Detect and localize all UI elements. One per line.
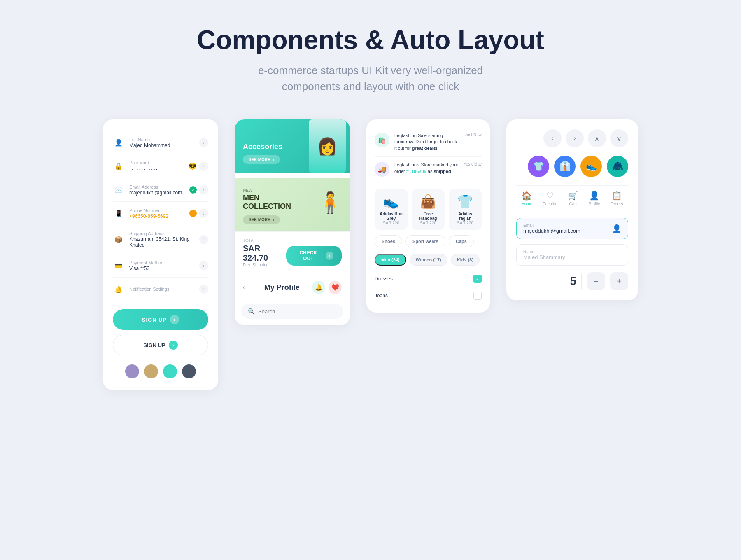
arrow-icon: › xyxy=(326,252,333,260)
next-button[interactable]: › xyxy=(566,129,584,147)
page-wrapper: Components & Auto Layout e-commerce star… xyxy=(0,0,741,560)
dresses-checkbox[interactable]: ✓ xyxy=(473,275,482,283)
total-label: TOTAL xyxy=(243,238,342,243)
men-banner: NEW MENCOLLECTION SEE MORE › 🧍 xyxy=(235,178,350,231)
see-more-accessories-button[interactable]: SEE MORE › xyxy=(243,155,280,164)
sale-icon: 🛍️ xyxy=(375,133,389,147)
nav-cart[interactable]: 🛒 Cart xyxy=(568,191,578,206)
email-value: majeddukhi@gmail.com xyxy=(523,228,612,234)
sportwears-chip[interactable]: Sport wears xyxy=(405,235,445,247)
nav-profile[interactable]: 👤 Profile xyxy=(588,191,600,206)
bottom-nav: 🏠 Home ♡ Favorite 🛒 Cart 👤 Profile 📋 xyxy=(516,185,628,211)
notifications-panel: 🛍️ Legfashion Sale starting tomorrow. Do… xyxy=(366,119,490,313)
product-1-name: Adidas Run Grey xyxy=(378,212,404,221)
category-icons: 👕 👔 👟 🧥 xyxy=(516,156,628,177)
up-button[interactable]: ∧ xyxy=(588,129,606,147)
tab-women[interactable]: Women (17) xyxy=(410,254,447,266)
down-button[interactable]: ∨ xyxy=(610,129,628,147)
bell-icon[interactable]: 🔔 xyxy=(312,281,325,294)
shoes-chip[interactable]: Shoes xyxy=(375,235,402,247)
see-more-label: SEE MORE xyxy=(249,157,270,162)
notif-2-bold: shipped xyxy=(433,169,451,174)
email-icon: ✉️ xyxy=(113,184,124,196)
shirt-icon[interactable]: 👔 xyxy=(554,156,576,177)
search-input[interactable] xyxy=(258,308,337,315)
notification-1: 🛍️ Legfashion Sale starting tomorrow. Do… xyxy=(375,128,482,157)
checkbox-jeans: Jeans xyxy=(375,287,482,304)
signup-primary-button[interactable]: SIGN UP › xyxy=(113,309,208,330)
shipping-label: Shipping Address xyxy=(129,231,199,236)
products-grid: 👟 Adidas Run Grey SAR 220 👜 Croc Handbag… xyxy=(375,189,482,230)
prev-button[interactable]: ‹ xyxy=(543,129,562,147)
chevron-icon[interactable]: › xyxy=(199,185,208,194)
gender-tabs: Men (34) Women (17) Kids (8) xyxy=(375,254,482,266)
checkbox-dresses: Dresses ✓ xyxy=(375,271,482,287)
password-label: Password xyxy=(129,160,189,165)
order-link[interactable]: #1196205 xyxy=(406,169,426,174)
fullname-value: Majed Mohammed xyxy=(129,142,199,148)
product-3-price: SAR 220 xyxy=(452,221,478,225)
notification-2: 🚚 Legfashion's Store marked your order #… xyxy=(375,157,482,182)
notif-1-time: Just Now xyxy=(465,133,482,137)
bell-icon: 🔔 xyxy=(113,283,124,295)
chevron-icon[interactable]: › xyxy=(199,285,208,294)
nav-favorite[interactable]: ♡ Favorite xyxy=(543,191,557,206)
stepper-row: 5 − + xyxy=(516,272,628,290)
swatch-purple[interactable] xyxy=(125,364,139,378)
profile-icon: 👤 xyxy=(589,191,599,201)
chevron-icon[interactable]: › xyxy=(199,235,208,244)
swatch-gold[interactable] xyxy=(144,364,158,378)
product-2-price: SAR 220 xyxy=(415,221,441,225)
notifications-label: Notification Settings xyxy=(129,287,199,292)
category-chips: Shoes Sport wears Caps xyxy=(375,235,482,247)
product-1[interactable]: 👟 Adidas Run Grey SAR 220 xyxy=(375,189,408,230)
jacket-icon[interactable]: 🧥 xyxy=(607,156,628,177)
back-button[interactable]: ‹ xyxy=(243,284,245,291)
phone-label: Phone Number xyxy=(129,208,189,213)
arrow-icon: › xyxy=(170,315,179,324)
form-row-shipping: 📦 Shipping Address Khazurnam 35421, St. … xyxy=(113,225,208,254)
user-icon: 👤 xyxy=(612,224,621,233)
heart-icon: ♡ xyxy=(546,191,554,201)
user-icon: 👤 xyxy=(113,137,124,148)
email-field-wrap: Email majeddukhi@gmail.com 👤 xyxy=(516,218,628,239)
tshirt-icon[interactable]: 👕 xyxy=(528,156,549,177)
model-image: 👩 xyxy=(309,119,346,173)
see-more-men-button[interactable]: SEE MORE › xyxy=(243,215,280,224)
tab-men[interactable]: Men (34) xyxy=(375,254,406,266)
product-2[interactable]: 👜 Croc Handbag SAR 220 xyxy=(412,189,445,230)
heart-icon[interactable]: ❤️ xyxy=(329,281,342,294)
checkout-button[interactable]: CHECK OUT › xyxy=(286,246,342,266)
nav-home[interactable]: 🏠 Home xyxy=(522,191,533,206)
signup-outline-button[interactable]: SIGN UP › xyxy=(113,335,208,355)
chevron-icon[interactable]: › xyxy=(199,162,208,171)
email-label: Email xyxy=(523,223,612,228)
product-3[interactable]: 👕 Adidas raglan SAR 220 xyxy=(449,189,482,230)
swatch-dark[interactable] xyxy=(182,364,196,378)
swatch-teal[interactable] xyxy=(163,364,177,378)
product-3-name: Adidas raglan xyxy=(452,212,478,221)
checkbox-list: Dresses ✓ Jeans xyxy=(375,271,482,304)
name-label: Name xyxy=(523,250,621,254)
cart-label: Cart xyxy=(569,202,577,206)
jeans-label: Jeans xyxy=(375,293,388,299)
jeans-checkbox[interactable] xyxy=(473,292,482,300)
page-subtitle: e-commerce startups UI Kit very well-org… xyxy=(197,63,544,95)
home-icon: 🏠 xyxy=(522,191,532,201)
stepper-decrement[interactable]: − xyxy=(587,272,605,290)
stepper-increment[interactable]: + xyxy=(610,272,628,290)
sneaker-icon[interactable]: 👟 xyxy=(580,156,602,177)
check-badge: ✓ xyxy=(189,186,197,194)
shop-panel: Accesories SEE MORE › 👩 NEW MENCOLLECTIO… xyxy=(235,119,350,325)
chevron-icon[interactable]: › xyxy=(199,261,208,270)
cart-total: TOTAL SAR 324.70 Free Shipping CHECK OUT… xyxy=(235,231,350,274)
caps-chip[interactable]: Caps xyxy=(449,235,474,247)
warn-badge: ! xyxy=(189,210,197,217)
tab-kids[interactable]: Kids (8) xyxy=(451,254,480,266)
shipping-icon: 🚚 xyxy=(375,162,389,177)
chevron-icon[interactable]: › xyxy=(199,138,208,147)
my-profile-bar: ‹ My Profile 🔔 ❤️ xyxy=(235,274,350,301)
nav-orders[interactable]: 📋 Orders xyxy=(611,191,623,206)
phone-value: +96650-859-5692 xyxy=(129,213,189,219)
chevron-icon[interactable]: › xyxy=(199,209,208,218)
